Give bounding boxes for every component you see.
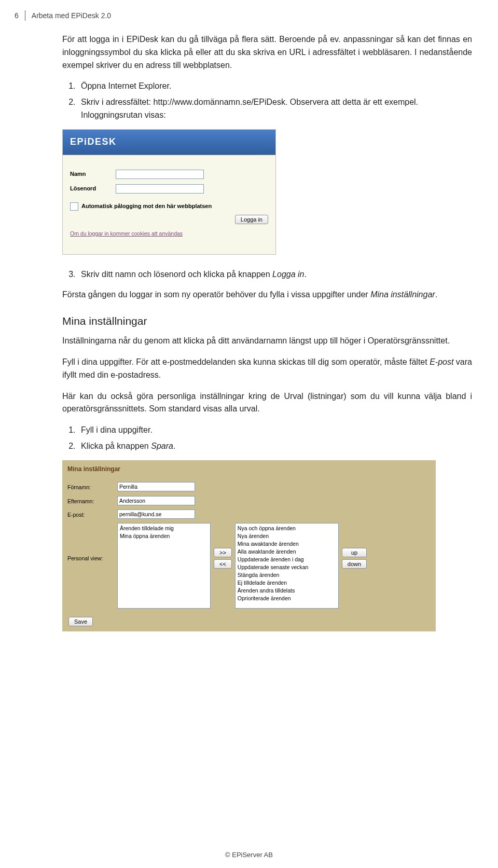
login-panel: EPiDESK Namn Lösenord Automatisk påloggi… — [62, 129, 276, 255]
steps-list-1b: Skriv ditt namn och lösenord och klicka … — [62, 268, 472, 281]
steps2-2: Klicka på knappen Spara. — [78, 440, 472, 453]
auto-login-label: Automatisk pålogging mot den här webbpla… — [81, 202, 212, 211]
steps2-2-suffix: . — [173, 442, 175, 450]
mi-paragraph-3: Här kan du också göra personliga inställ… — [62, 390, 472, 416]
page-header: 6 Arbeta med EPiDesk 2.0 — [15, 10, 477, 21]
after-login-prefix: Första gången du loggar in som ny operat… — [62, 290, 370, 299]
list-item[interactable]: Stängda ärenden — [237, 571, 337, 579]
right-listbox[interactable]: Nya och öppna ärenden Nya ärenden Mina a… — [235, 523, 339, 609]
email-label: E-post: — [67, 509, 117, 519]
step-3-em: Logga in — [272, 270, 304, 279]
page-number: 6 — [15, 11, 19, 20]
login-name-input[interactable] — [116, 170, 204, 179]
login-header: EPiDESK — [63, 130, 275, 155]
mi-p2-em: E-post — [430, 357, 453, 366]
cookie-note: Om du loggar in kommer cookies att använ… — [70, 229, 268, 238]
login-row-name: Namn — [70, 170, 268, 179]
login-body: Namn Lösenord Automatisk pålogging mot d… — [63, 155, 275, 254]
step-2: Skriv i adressfältet: http://www.domänna… — [78, 96, 472, 122]
list-item[interactable]: Alla awaktande ärenden — [237, 548, 337, 556]
list-item[interactable]: Oprioriterade ärenden — [237, 595, 337, 602]
login-pass-label: Lösenord — [70, 184, 116, 193]
pview-label: Personal view: — [67, 523, 117, 562]
settings-row-email: E-post: — [67, 509, 433, 519]
list-item[interactable]: Mina öppna ärenden — [119, 532, 209, 540]
steps-list-2: Fyll i dina uppgifter. Klicka på knappen… — [62, 424, 472, 453]
list-item[interactable]: Nya och öppna ärenden — [237, 525, 337, 532]
list-item[interactable]: Ärenden tilldelade mig — [119, 525, 209, 532]
steps2-1: Fyll i dina uppgifter. — [78, 424, 472, 437]
list-item[interactable]: Uppdaterade ärenden i dag — [237, 556, 337, 563]
fname-input[interactable] — [117, 482, 195, 491]
left-listbox[interactable]: Ärenden tilldelade mig Mina öppna ärende… — [117, 523, 211, 609]
header-divider — [25, 10, 25, 21]
list-item[interactable]: Ärenden andra tilldelats — [237, 587, 337, 595]
step-3: Skriv ditt namn och lösenord och klicka … — [78, 268, 472, 281]
login-row-pass: Lösenord — [70, 184, 268, 194]
personal-view-lists: Ärenden tilldelade mig Mina öppna ärende… — [117, 523, 367, 609]
settings-row-fname: Förnamn: — [67, 482, 433, 491]
auto-login-checkbox[interactable] — [70, 202, 78, 211]
save-button[interactable]: Save — [68, 617, 93, 626]
steps2-2-em: Spara — [151, 442, 173, 450]
login-button-row: Logga in — [70, 215, 268, 224]
order-buttons: up down — [342, 523, 367, 569]
section-heading: Mina inställningar — [62, 313, 472, 330]
transfer-buttons: >> << — [214, 523, 232, 569]
mi-paragraph-1: Inställningarna når du genom att klicka … — [62, 335, 472, 348]
header-title: Arbeta med EPiDesk 2.0 — [32, 11, 111, 20]
list-item[interactable]: Uppdaterade senaste veckan — [237, 563, 337, 571]
mi-paragraph-2: Fyll i dina uppgifter. För att e-postmed… — [62, 356, 472, 382]
list-item[interactable]: Ej tilldelade ärenden — [237, 579, 337, 587]
move-down-button[interactable]: down — [342, 559, 367, 569]
fname-label: Förnamn: — [67, 482, 117, 491]
list-item[interactable]: Nya ärenden — [237, 532, 337, 540]
move-right-button[interactable]: >> — [214, 548, 232, 557]
settings-title: Mina inställningar — [67, 462, 433, 478]
settings-panel: Mina inställningar Förnamn: Efternamn: E… — [62, 460, 436, 631]
steps2-2-prefix: Klicka på knappen — [81, 442, 151, 450]
page-footer: © EPiServer AB — [0, 851, 498, 859]
settings-row-lname: Efternamn: — [67, 496, 433, 505]
email-input[interactable] — [117, 509, 195, 519]
steps-list-1: Öppna Internet Explorer. Skriv i adressf… — [62, 80, 472, 121]
move-up-button[interactable]: up — [342, 548, 367, 557]
login-auto-row: Automatisk pålogging mot den här webbpla… — [70, 202, 268, 211]
login-brand: EPiDESK — [70, 135, 117, 149]
settings-save-row: Save — [68, 617, 433, 626]
intro-paragraph: För att logga in i EPiDesk kan du gå til… — [62, 33, 472, 72]
after-login-paragraph: Första gången du loggar in som ny operat… — [62, 288, 472, 301]
list-item[interactable]: Mina awaktande ärenden — [237, 540, 337, 548]
login-name-label: Namn — [70, 170, 116, 178]
move-left-button[interactable]: << — [214, 559, 232, 569]
mi-p2-prefix: Fyll i dina uppgifter. För att e-postmed… — [62, 357, 430, 366]
lname-label: Efternamn: — [67, 496, 117, 505]
after-login-em: Mina inställningar — [370, 290, 435, 299]
step-3-suffix: . — [304, 270, 306, 279]
step-3-prefix: Skriv ditt namn och lösenord och klicka … — [81, 270, 272, 279]
settings-row-pview: Personal view: Ärenden tilldelade mig Mi… — [67, 523, 433, 609]
login-button[interactable]: Logga in — [235, 215, 268, 224]
login-pass-input[interactable] — [116, 184, 204, 194]
step-1: Öppna Internet Explorer. — [78, 80, 472, 93]
lname-input[interactable] — [117, 496, 195, 505]
after-login-suffix: . — [435, 290, 437, 299]
